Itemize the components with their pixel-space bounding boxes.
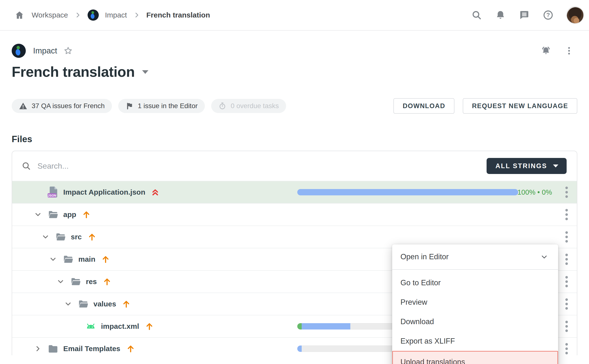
notifications-bell-icon[interactable] xyxy=(495,9,506,21)
menu-primary-label: Open in Editor xyxy=(400,252,449,261)
warning-icon xyxy=(19,102,27,110)
row-kebab-menu-icon[interactable] xyxy=(562,342,571,355)
files-toolbar: ALL STRINGS xyxy=(12,151,577,181)
chip-label: 0 overdue tasks xyxy=(231,102,279,110)
request-new-language-button[interactable]: REQUEST NEW LANGUAGE xyxy=(463,98,577,114)
project-name: Impact xyxy=(33,46,57,55)
upload-arrow-icon xyxy=(145,322,154,331)
row-kebab-menu-icon[interactable] xyxy=(562,185,571,199)
upload-arrow-icon xyxy=(88,233,96,241)
file-name: Impact Application.json xyxy=(63,188,145,196)
project-logo-small xyxy=(88,9,99,21)
menu-item-export-as-xliff[interactable]: Export as XLIFF xyxy=(392,331,558,351)
chip-label: 37 QA issues for French xyxy=(32,102,105,110)
file-name: main xyxy=(78,255,95,263)
row-kebab-menu-icon[interactable] xyxy=(562,230,571,244)
file-name: Email Templates xyxy=(63,345,120,353)
chevron-right-icon[interactable] xyxy=(34,345,42,353)
flag-icon xyxy=(126,102,133,110)
folder-open-icon xyxy=(47,210,59,219)
page-title: French translation xyxy=(12,64,135,80)
chip-label: 1 issue in the Editor xyxy=(138,102,198,110)
row-kebab-menu-icon[interactable] xyxy=(562,208,571,221)
row-kebab-menu-icon[interactable] xyxy=(562,252,571,266)
favorite-star-icon[interactable] xyxy=(63,46,73,55)
folder-open-icon xyxy=(62,254,74,264)
chevron-down-icon[interactable] xyxy=(41,233,50,241)
status-chip-0[interactable]: 37 QA issues for French xyxy=(12,99,112,113)
search-icon xyxy=(21,161,31,171)
progress-translated-segment xyxy=(302,323,350,329)
status-chips-row: 37 QA issues for French1 issue in the Ed… xyxy=(12,98,577,114)
menu-items: Go to EditorPreviewDownloadExport as XLI… xyxy=(392,270,558,351)
chevron-down-icon xyxy=(553,165,558,167)
menu-item-go-to-editor[interactable]: Go to Editor xyxy=(392,273,558,293)
timer-icon xyxy=(218,102,226,110)
file-name: values xyxy=(93,300,116,308)
search-input[interactable] xyxy=(37,162,480,171)
project-logo xyxy=(12,44,26,58)
priority-high-icon xyxy=(151,188,159,197)
chevron-down-icon[interactable] xyxy=(34,210,42,219)
upload-arrow-icon xyxy=(82,210,91,219)
breadcrumb-workspace[interactable]: Workspace xyxy=(32,11,68,19)
project-kebab-menu-icon[interactable] xyxy=(564,46,574,56)
chevron-down-icon[interactable] xyxy=(49,255,57,263)
download-button[interactable]: DOWNLOAD xyxy=(393,98,454,114)
menu-item-upload-translations[interactable]: Upload translations xyxy=(392,351,558,364)
file-name: src xyxy=(71,233,82,241)
upload-arrow-icon xyxy=(103,277,111,286)
row-kebab-menu-icon[interactable] xyxy=(562,297,571,311)
help-icon[interactable]: ? xyxy=(542,9,554,21)
navbar-actions: ? xyxy=(471,6,584,24)
upload-arrow-icon xyxy=(126,344,135,353)
top-navbar: Workspace Impact French translation ? xyxy=(0,0,589,31)
row-kebab-menu-icon[interactable] xyxy=(562,320,571,333)
menu-item-open-in-editor[interactable]: Open in Editor xyxy=(392,244,558,269)
row-kebab-menu-icon[interactable] xyxy=(562,275,571,288)
svg-text:?: ? xyxy=(546,12,550,18)
json-file-icon: JSON xyxy=(47,186,59,199)
all-strings-filter-button[interactable]: ALL STRINGS xyxy=(487,158,567,174)
project-header: Impact xyxy=(12,44,577,58)
search-icon[interactable] xyxy=(471,9,482,21)
status-chip-1[interactable]: 1 issue in the Editor xyxy=(118,99,205,113)
files-section-heading: Files xyxy=(12,134,577,144)
progress-percent: 100% • 0% xyxy=(517,188,552,196)
breadcrumb: Workspace Impact French translation xyxy=(14,9,210,21)
file-name: impact.xml xyxy=(101,322,139,330)
folder-open-icon xyxy=(77,299,89,309)
menu-item-download[interactable]: Download xyxy=(392,312,558,331)
chevron-down-icon xyxy=(540,253,548,261)
title-row: French translation xyxy=(12,64,577,80)
svg-text:JSON: JSON xyxy=(48,194,56,197)
progress-translated-segment xyxy=(297,189,518,195)
breadcrumb-separator-icon xyxy=(133,12,140,18)
progress-bar xyxy=(297,189,518,195)
file-row-impact-application-json[interactable]: JSONImpact Application.json100% • 0% xyxy=(12,181,577,203)
notification-settings-bell-icon[interactable] xyxy=(540,45,552,56)
user-avatar[interactable] xyxy=(566,6,584,24)
breadcrumb-current-page: French translation xyxy=(146,11,210,19)
upload-arrow-icon xyxy=(122,300,131,308)
chat-icon[interactable] xyxy=(518,9,530,21)
upload-arrow-icon xyxy=(101,255,110,264)
folder-icon xyxy=(47,344,59,354)
android-file-icon xyxy=(85,321,97,331)
file-name: res xyxy=(86,277,97,286)
progress-translated-segment xyxy=(297,346,302,352)
chevron-down-icon[interactable] xyxy=(64,300,72,308)
progress-reviewed-segment xyxy=(297,323,302,329)
page-content: Impact French translation 37 QA issues f… xyxy=(0,44,589,355)
title-dropdown-caret-icon[interactable] xyxy=(142,70,148,74)
menu-item-preview[interactable]: Preview xyxy=(392,293,558,312)
folder-row-app[interactable]: app xyxy=(12,203,577,225)
filter-label: ALL STRINGS xyxy=(495,162,547,170)
project-actions xyxy=(540,45,577,56)
home-icon[interactable] xyxy=(14,9,25,21)
file-context-menu: Open in Editor Go to EditorPreviewDownlo… xyxy=(392,244,558,364)
breadcrumb-project[interactable]: Impact xyxy=(105,11,127,19)
breadcrumb-separator-icon xyxy=(74,12,81,18)
chevron-down-icon[interactable] xyxy=(56,277,65,286)
header-buttons: DOWNLOAD REQUEST NEW LANGUAGE xyxy=(393,98,577,114)
